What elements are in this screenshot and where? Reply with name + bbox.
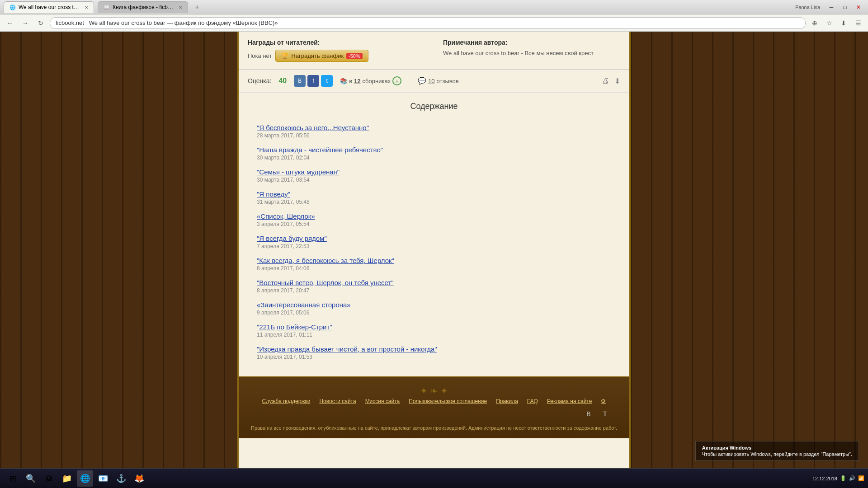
chapter-date: 30 марта 2017, 02:04 [257, 155, 611, 161]
footer-link[interactable]: Пользовательское соглашение [409, 398, 487, 404]
close-button[interactable]: ✕ [853, 3, 864, 12]
chapter-link[interactable]: "Я всегда буду рядом" [257, 235, 327, 242]
win-activate-subtitle: Чтобы активировать Windows, перейдите в … [702, 451, 852, 457]
download-button[interactable]: ⬇ [837, 17, 850, 29]
chapter-item: "Как всегда, я беспокоюсь за тебя, Шерло… [257, 257, 611, 272]
ornament: ✦ ❧ ✦ [239, 384, 629, 398]
rating-actions: 🖨 ⬇ [602, 77, 620, 85]
chapter-item: "Семья - штука мудреная" 30 марта 2017, … [257, 168, 611, 183]
new-tab-button[interactable]: + [192, 2, 203, 13]
tab-inactive[interactable]: 📖 Книга фанфиков - ficbook ✕ [98, 1, 188, 13]
content-section: Содержание "Я беспокоюсь за него...Неуст… [239, 93, 629, 376]
menu-button[interactable]: ☰ [852, 17, 864, 29]
footer-vk-icon[interactable]: В [582, 409, 595, 419]
content-title: Содержание [257, 102, 611, 111]
collections-prefix: в [349, 78, 352, 84]
chapter-link[interactable]: "Наша вражда - чистейшее ребячество" [257, 146, 383, 154]
rewards-left: Награды от читателей: Пока нет 🏆 Награди… [248, 39, 425, 62]
rating-value: 40 [278, 77, 287, 85]
chapter-link[interactable]: "Изредка правда бывает чистой, а вот про… [257, 345, 437, 353]
chapter-item: "Наша вражда - чистейшее ребячество" 30 … [257, 146, 611, 161]
fb-icon[interactable]: f [307, 75, 319, 87]
collections-link[interactable]: 📚 в 12 сборниках + [340, 76, 401, 85]
reward-row: Пока нет 🏆 Наградить фанфик -50% [248, 50, 425, 62]
chapter-date: 7 апреля 2017, 22:53 [257, 243, 611, 249]
no-reward-label: Пока нет [248, 52, 272, 59]
bookmark-button[interactable]: ☆ [823, 17, 835, 29]
rating-label: Оценка: [248, 77, 271, 84]
chapter-date: 9 апреля 2017, 05:06 [257, 310, 611, 316]
chapters-container: "Я беспокоюсь за него...Неустанно" 28 ма… [257, 124, 611, 360]
chapter-link[interactable]: "Семья - штука мудреная" [257, 168, 340, 176]
chapter-link[interactable]: "Восточный ветер, Шерлок, он тебя унесет… [257, 279, 394, 286]
footer-social: В 𝕋 [239, 409, 629, 419]
footer-link[interactable]: Новости сайта [319, 398, 356, 404]
reviews-link[interactable]: 💬 10 отзывов [418, 77, 459, 85]
rewards-title: Награды от читателей: [248, 39, 425, 46]
chapter-link[interactable]: «Список, Шерлок» [257, 212, 315, 220]
chapter-date: 10 апреля 2017, 01:53 [257, 354, 611, 360]
tw-icon[interactable]: t [321, 75, 333, 87]
maximize-button[interactable]: □ [839, 3, 851, 12]
vk-icon[interactable]: В [294, 75, 306, 87]
chapter-date: 30 марта 2017, 03:54 [257, 177, 611, 183]
footer-link[interactable]: Служба поддержки [262, 398, 311, 404]
tab-close-btn[interactable]: ✕ [85, 5, 88, 10]
rating-section: Оценка: 40 В f t 📚 в 12 сборниках + 💬 10… [239, 70, 629, 93]
chapter-link[interactable]: "Я поведу" [257, 190, 290, 198]
rewards-section: Награды от читателей: Пока нет 🏆 Награди… [239, 32, 629, 70]
tab-active-label: We all have our cross to ... [19, 4, 82, 10]
collections-num: 12 [354, 78, 360, 84]
footer-link[interactable]: Правила [496, 398, 518, 404]
forward-button[interactable]: → [19, 17, 32, 29]
download-fic-button[interactable]: ⬇ [614, 77, 620, 85]
chapter-item: "Я беспокоюсь за него...Неустанно" 28 ма… [257, 124, 611, 139]
chat-icon: 💬 [418, 77, 426, 85]
reward-button[interactable]: 🏆 Наградить фанфик -50% [275, 50, 368, 62]
refresh-button[interactable]: ↻ [34, 17, 47, 29]
extensions-button[interactable]: ⊕ [808, 17, 821, 29]
win-activate-title: Активация Windows [702, 445, 852, 450]
minimize-button[interactable]: ─ [826, 3, 837, 12]
footer-link[interactable]: FAQ [527, 398, 538, 404]
windows-activate-overlay: Активация Windows Чтобы активировать Win… [695, 441, 859, 461]
page-content: Награды от читателей: Пока нет 🏆 Награди… [0, 32, 868, 468]
chapter-date: 8 апреля 2017, 20:47 [257, 287, 611, 294]
footer: ✦ ❧ ✦ Служба поддержкиНовости сайтаМисси… [239, 376, 629, 438]
url-bar[interactable] [50, 17, 806, 29]
author-note-text: We all have our cross to bear - Все мы н… [443, 50, 620, 56]
chapter-link[interactable]: "Как всегда, я беспокоюсь за тебя, Шерло… [257, 257, 394, 264]
print-button[interactable]: 🖨 [602, 77, 609, 85]
reviews-num: 10 [428, 78, 434, 84]
tab-inactive-label: Книга фанфиков - ficbook [113, 4, 176, 10]
chapter-link[interactable]: "Я беспокоюсь за него...Неустанно" [257, 124, 369, 131]
chapter-item: "221Б по Бейкер-Стрит" 11 апреля 2017, 0… [257, 323, 611, 338]
footer-link[interactable]: Реклама на сайте [547, 398, 592, 404]
chapter-link[interactable]: «Заинтересованная сторона» [257, 301, 351, 309]
footer-tw-icon[interactable]: 𝕋 [599, 409, 611, 419]
browser-window: 🌐 We all have our cross to ... ✕ 📖 Книга… [0, 0, 868, 468]
user-name: Panna Lisa [795, 5, 820, 10]
add-collection-btn[interactable]: + [392, 76, 401, 85]
tab2-close-btn[interactable]: ✕ [179, 5, 182, 10]
back-button[interactable]: ← [4, 17, 16, 29]
chapter-link[interactable]: "221Б по Бейкер-Стрит" [257, 323, 332, 331]
tab-active[interactable]: 🌐 We all have our cross to ... ✕ [4, 1, 94, 13]
reviews-suffix: отзывов [437, 78, 459, 84]
main-panel: Награды от читателей: Пока нет 🏆 Награди… [237, 32, 631, 468]
footer-link[interactable]: Миссия сайта [365, 398, 400, 404]
nav-bar: ← → ↻ ⊕ ☆ ⬇ ☰ [0, 14, 868, 32]
social-icons: В f t [294, 75, 333, 87]
footer-link[interactable]: ⚙ [601, 398, 606, 404]
chapter-date: 28 марта 2017, 05:56 [257, 132, 611, 139]
author-note-title: Примечания автора: [443, 39, 620, 46]
chapter-date: 11 апреля 2017, 01:11 [257, 332, 611, 338]
book-icon: 📚 [340, 78, 347, 84]
chapter-date: 31 марта 2017, 05:48 [257, 199, 611, 205]
chapter-item: «Список, Шерлок» 3 апреля 2017, 05:54 [257, 212, 611, 227]
reward-discount: -50% [346, 53, 363, 59]
footer-copyright: Права на все произведения, опубликованны… [239, 422, 629, 435]
trophy-icon: 🏆 [281, 52, 288, 59]
chapter-date: 3 апреля 2017, 05:54 [257, 221, 611, 227]
chapter-item: "Изредка правда бывает чистой, а вот про… [257, 345, 611, 360]
